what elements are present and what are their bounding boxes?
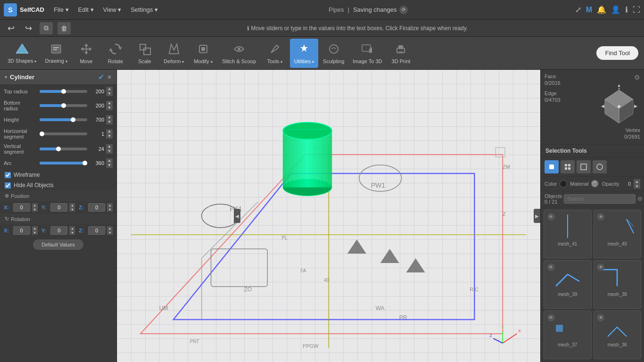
material-picker[interactable]: [591, 180, 599, 188]
tool-sculpting[interactable]: Sculpting: [319, 39, 348, 68]
arc-track[interactable]: [40, 162, 87, 165]
tool-scale[interactable]: Scale: [131, 39, 159, 68]
rotate-label: Rotate: [108, 58, 123, 64]
m-icon[interactable]: M: [586, 6, 592, 14]
top-radius-stepper[interactable]: ▲▼: [106, 87, 113, 96]
view-cube[interactable]: ◀ ▶ ▲: [598, 83, 640, 125]
svg-rect-80: [565, 167, 567, 170]
slider-vertical-segment: Verticalsegment 24 ▲▼: [0, 141, 116, 156]
tools-label: Tools ▾: [267, 58, 283, 64]
fullscreen-icon[interactable]: ⛶: [633, 6, 640, 14]
bell-icon[interactable]: 🔔: [597, 5, 606, 14]
sel-sphere-btn[interactable]: [593, 160, 607, 173]
pos-y-input[interactable]: [50, 203, 67, 212]
delete-button[interactable]: 🗑: [58, 22, 71, 34]
panel-close-icon[interactable]: ✕: [107, 74, 112, 81]
hide-objects-checkbox[interactable]: [5, 182, 11, 189]
mesh-item-40[interactable]: 👁 mesh_40: [594, 210, 642, 258]
mesh-41-eye[interactable]: 👁: [547, 213, 555, 221]
info-icon[interactable]: ℹ: [625, 5, 628, 14]
bottom-radius-value: 200: [89, 103, 104, 108]
wireframe-checkbox[interactable]: [5, 172, 11, 178]
tool-3d-print[interactable]: 3D Print: [387, 39, 415, 68]
horizontal-segment-stepper[interactable]: ▲▼: [106, 129, 113, 139]
panel-collapse-icon[interactable]: ▾: [5, 74, 7, 80]
rot-y-stepper[interactable]: ▲▼: [69, 226, 75, 235]
bottom-radius-stepper[interactable]: ▲▼: [106, 101, 113, 110]
svg-point-9: [272, 50, 273, 52]
pos-z-input[interactable]: [88, 203, 105, 212]
vertex-label: Vertex: [624, 127, 640, 133]
tool-utilities[interactable]: Utilities ▾: [290, 39, 318, 68]
share-icon[interactable]: ⤢: [575, 5, 581, 14]
svg-rect-90: [556, 325, 563, 332]
height-stepper[interactable]: ▲▼: [106, 115, 113, 124]
tool-drawing[interactable]: Drawing ▾: [41, 39, 71, 68]
horizontal-segment-track[interactable]: [40, 132, 87, 135]
top-radius-track[interactable]: [40, 90, 87, 93]
opacity-value: 0: [628, 181, 631, 187]
menu-settings[interactable]: Settings ▾: [127, 4, 162, 15]
sel-face-btn[interactable]: [545, 160, 559, 173]
arc-stepper[interactable]: ▲▼: [106, 158, 113, 168]
vertical-segment-stepper[interactable]: ▲▼: [106, 144, 113, 154]
saving-text: Saving changes: [353, 6, 397, 13]
collapse-left-panel[interactable]: ◀: [234, 209, 240, 223]
tool-move[interactable]: Move: [72, 39, 100, 68]
menu-bar: File ▾ Edit ▾ View ▾ Settings ▾: [50, 4, 162, 15]
color-picker[interactable]: [560, 180, 567, 188]
height-label: Height: [4, 117, 38, 123]
tool-deform[interactable]: Deform ▾: [160, 39, 188, 68]
view-settings-gear[interactable]: ⚙: [634, 74, 640, 81]
menu-edit[interactable]: Edit ▾: [74, 4, 98, 15]
mesh-39-eye[interactable]: 👁: [547, 263, 555, 271]
mesh-item-38[interactable]: 👁 mesh_38: [594, 260, 642, 309]
opacity-stepper[interactable]: ▲▼: [634, 179, 640, 189]
tool-rotate[interactable]: Rotate: [101, 39, 130, 68]
svg-rect-77: [549, 165, 554, 169]
redo-button[interactable]: ↪: [22, 22, 35, 34]
default-values-button[interactable]: Default Values: [33, 239, 83, 250]
tool-tools[interactable]: Tools ▾: [261, 39, 289, 68]
sel-grid-btn[interactable]: [561, 160, 575, 173]
app-logo[interactable]: S SelfCAD: [4, 3, 44, 16]
sel-box-btn[interactable]: [577, 160, 591, 173]
rot-y-input[interactable]: [50, 226, 67, 235]
objects-search-input[interactable]: [564, 194, 636, 204]
height-track[interactable]: [40, 118, 87, 121]
mesh-extra1-preview: 👁: [546, 313, 589, 341]
menu-file[interactable]: File ▾: [50, 4, 73, 15]
copy-button[interactable]: ⧉: [40, 22, 53, 34]
search-settings-btn[interactable]: ⚙: [637, 196, 643, 202]
find-tool-button[interactable]: Find Tool: [596, 46, 638, 60]
tool-stitch-scoop[interactable]: Stitch & Scoop: [218, 39, 260, 68]
undo-button[interactable]: ↩: [5, 22, 17, 34]
rot-x-stepper[interactable]: ▲▼: [32, 226, 38, 235]
rot-z-stepper[interactable]: ▲▼: [107, 226, 113, 235]
pos-x-input[interactable]: [13, 203, 30, 212]
pos-z-stepper[interactable]: ▲▼: [107, 203, 113, 212]
canvas-area[interactable]: PK1 PW1 ZO UM WA RIC FA 40 PL PR PNT PPG…: [117, 70, 540, 362]
mesh-item-extra1[interactable]: 👁 mesh_37: [544, 311, 592, 359]
mesh-item-39[interactable]: 👁 mesh_39: [544, 260, 592, 309]
rot-z-input[interactable]: [88, 226, 105, 235]
edge-value: 0/4703: [545, 97, 561, 103]
tool-image-to-3d[interactable]: Image To 3D: [349, 39, 386, 68]
panel-confirm-icon[interactable]: ✔: [98, 73, 104, 82]
rot-x-input[interactable]: [13, 226, 30, 235]
bottom-radius-track[interactable]: [40, 104, 87, 107]
cylinder-3d[interactable]: [279, 115, 336, 201]
vertical-segment-track[interactable]: [40, 148, 87, 150]
mesh-extra1-eye[interactable]: 👁: [547, 314, 555, 321]
user-icon[interactable]: 👤: [611, 5, 620, 14]
menu-view[interactable]: View ▾: [99, 4, 125, 15]
pos-x-stepper[interactable]: ▲▼: [32, 203, 38, 212]
mesh-item-41[interactable]: 👁 mesh_41: [544, 210, 592, 258]
top-radius-label: Top radius: [4, 89, 38, 94]
tool-modify[interactable]: Modify ▾: [189, 39, 217, 68]
pos-y-stepper[interactable]: ▲▼: [69, 203, 75, 212]
collapse-right-panel[interactable]: ▶: [534, 209, 540, 223]
mesh-item-extra2[interactable]: 👁 mesh_36: [594, 311, 642, 359]
tool-3d-shapes[interactable]: 3D Shapes ▾: [4, 39, 40, 68]
svg-marker-23: [347, 239, 366, 254]
